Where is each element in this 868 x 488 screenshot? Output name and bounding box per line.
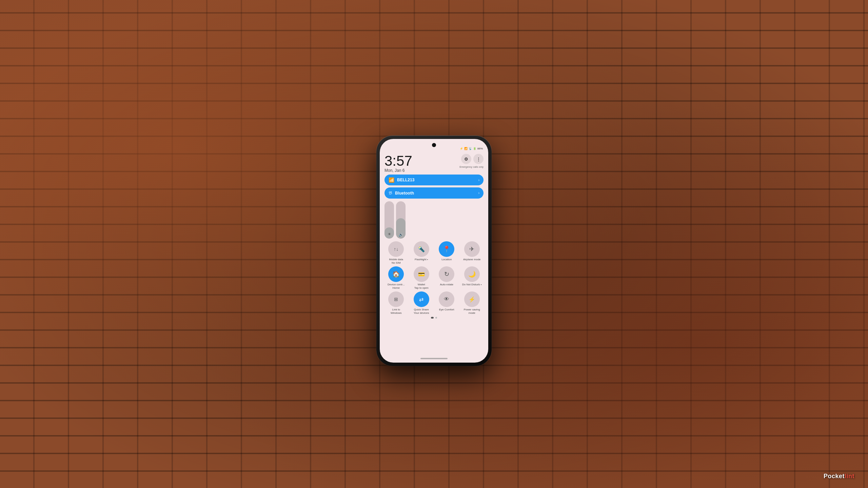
tile-eye-comfort[interactable]: 👁 Eye Comfort — [435, 291, 458, 314]
tile-power-saving[interactable]: ⚡ Power savingmode — [460, 291, 484, 314]
brightness-icon: ☀ — [388, 232, 391, 237]
tile-auto-rotate[interactable]: ↻ Auto-rotate — [435, 266, 458, 289]
location-icon: 📍 — [439, 241, 454, 257]
wallet-icon: 💳 — [414, 266, 429, 282]
airplane-icon: ✈ — [464, 241, 480, 257]
tile-flashlight[interactable]: 🔦 Flashlight • — [410, 241, 433, 264]
sliders-container: ☀ 🔊 — [384, 201, 406, 239]
link-to-windows-label: Link toWindows — [391, 308, 401, 314]
eye-comfort-label: Eye Comfort — [439, 308, 454, 311]
flashlight-label: Flashlight • — [415, 258, 428, 261]
bluetooth-status-icon: ⚡ — [460, 147, 463, 150]
volume-icon: 🔊 — [399, 233, 403, 237]
emergency-text: Emergency calls only — [459, 165, 484, 168]
three-dots-icon: ⋮ — [476, 157, 481, 162]
signal-status-icon: 📡 — [469, 147, 472, 150]
phone-screen: ⚡ 📶 📡 🔋 86% 3:57 Mon, Jan 6 — [380, 139, 488, 363]
device-controls-icon: 🏠 — [388, 266, 404, 282]
phone-shell: ⚡ 📶 📡 🔋 86% 3:57 Mon, Jan 6 — [376, 136, 492, 366]
bluetooth-tile[interactable]: 𝔅 Bluetooth › — [384, 187, 484, 199]
location-label: Location — [441, 258, 452, 261]
quick-share-icon: ⇄ — [414, 291, 429, 307]
sliders-row: ☀ 🔊 — [384, 201, 484, 239]
status-icons-group: ⚡ 📶 📡 🔋 86% — [460, 142, 483, 150]
do-not-disturb-label: Do Not Disturb • — [462, 283, 481, 286]
qs-header-right: ⚙ ⋮ Emergency calls only — [459, 154, 484, 168]
menu-icon-button[interactable]: ⋮ — [473, 154, 484, 164]
airplane-label: Airplane mode — [463, 258, 481, 261]
battery-percent: 86% — [477, 147, 483, 150]
camera-hole — [432, 143, 436, 147]
brightness-slider[interactable]: ☀ — [384, 201, 394, 239]
network-tiles-row: 📶 BELL213 › 𝔅 Bluetooth › — [384, 175, 484, 199]
tile-do-not-disturb[interactable]: 🌙 Do Not Disturb • — [460, 266, 484, 289]
wallet-label: WalletTap to open — [414, 283, 429, 289]
wifi-chevron-icon: › — [478, 178, 479, 182]
qs-date-display: Mon, Jan 6 — [384, 168, 412, 173]
scene: ⚡ 📶 📡 🔋 86% 3:57 Mon, Jan 6 — [0, 0, 868, 488]
device-controls-label: Device contr...Home — [388, 283, 405, 289]
volume-slider[interactable]: 🔊 — [396, 201, 406, 239]
pagination-dot-2 — [435, 317, 437, 319]
tile-quick-share[interactable]: ⇄ Quick ShareYour devices — [410, 291, 433, 314]
gear-icon: ⚙ — [464, 157, 468, 162]
auto-rotate-label: Auto-rotate — [440, 283, 453, 286]
pocketlint-watermark: Pocketlint — [824, 473, 854, 480]
tile-mobile-data[interactable]: ↑↓ Mobile dataNo SIM — [384, 241, 408, 264]
flashlight-icon: 🔦 — [414, 241, 429, 257]
qs-content-area: 3:57 Mon, Jan 6 ⚙ ⋮ — [380, 151, 488, 363]
tile-device-controls[interactable]: 🏠 Device contr...Home — [384, 266, 408, 289]
watermark-accent: lint — [845, 473, 854, 480]
tile-airplane-mode[interactable]: ✈ Airplane mode — [460, 241, 484, 264]
wifi-icon: 📶 — [389, 177, 394, 183]
battery-status-icon: 🔋 — [473, 147, 476, 150]
settings-icon-button[interactable]: ⚙ — [461, 154, 471, 164]
do-not-disturb-icon: 🌙 — [464, 266, 480, 282]
auto-rotate-icon: ↻ — [439, 266, 454, 282]
eye-comfort-icon: 👁 — [439, 291, 454, 307]
power-saving-label: Power savingmode — [464, 308, 480, 314]
wifi-label: BELL213 — [397, 178, 414, 182]
quick-tiles-grid: ↑↓ Mobile dataNo SIM 🔦 Flashlight • 📍 Lo… — [384, 241, 484, 315]
bluetooth-icon: 𝔅 — [389, 190, 392, 196]
link-to-windows-icon: ⊞ — [388, 291, 404, 307]
wifi-tile[interactable]: 📶 BELL213 › — [384, 175, 484, 185]
qs-time-display: 3:57 — [384, 154, 412, 168]
bluetooth-label: Bluetooth — [395, 191, 414, 196]
tile-location[interactable]: 📍 Location — [435, 241, 458, 264]
bluetooth-chevron-icon: › — [478, 191, 479, 195]
mobile-data-icon: ↑↓ — [388, 241, 404, 257]
power-saving-icon: ⚡ — [464, 291, 480, 307]
mobile-data-label: Mobile dataNo SIM — [389, 258, 403, 264]
home-bar[interactable] — [420, 358, 448, 359]
phone-wrapper: ⚡ 📶 📡 🔋 86% 3:57 Mon, Jan 6 — [376, 136, 492, 366]
pagination-dot-1 — [431, 317, 434, 319]
tile-wallet[interactable]: 💳 WalletTap to open — [410, 266, 433, 289]
tile-link-to-windows[interactable]: ⊞ Link toWindows — [384, 291, 408, 314]
quick-share-label: Quick ShareYour devices — [414, 308, 429, 314]
qs-header-left: 3:57 Mon, Jan 6 — [384, 154, 412, 173]
wifi-status-icon: 📶 — [464, 147, 468, 150]
pagination-dots — [384, 317, 484, 319]
